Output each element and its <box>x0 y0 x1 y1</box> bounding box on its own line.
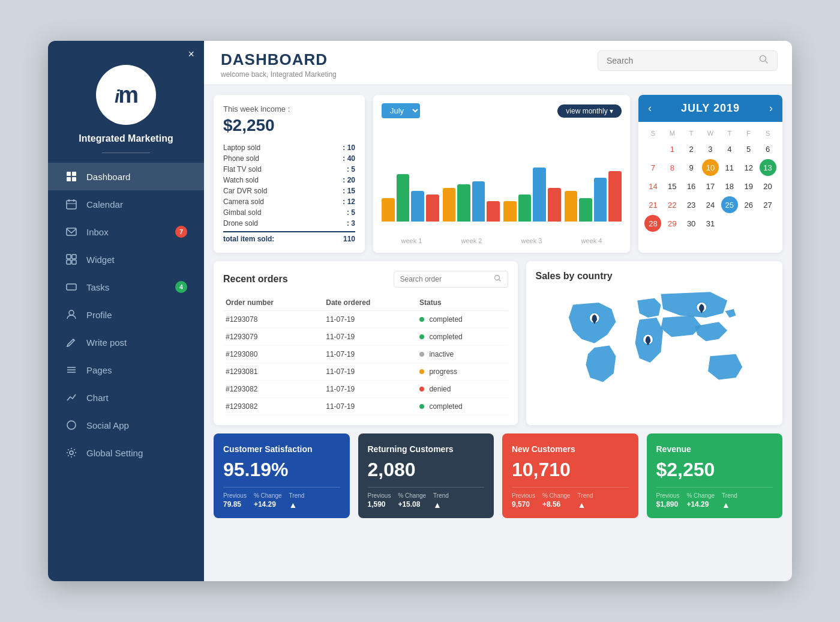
calendar-day[interactable]: 3 <box>702 140 719 157</box>
calendar-day[interactable]: 28 <box>644 215 661 232</box>
calendar-day-header: W <box>702 128 719 139</box>
sidebar-item-profile[interactable]: Profile <box>48 301 204 328</box>
stat-trend-label: Trend <box>578 492 593 499</box>
calendar-day[interactable]: 13 <box>760 159 776 176</box>
view-monthly-button[interactable]: view monthly ▾ <box>557 104 622 118</box>
calendar-day[interactable]: 1 <box>664 140 680 157</box>
bar-yellow <box>443 188 456 222</box>
stat-trend: Trend ▲ <box>433 492 449 510</box>
sidebar-item-write-post[interactable]: Write post <box>48 328 204 356</box>
svg-rect-8 <box>67 228 76 235</box>
stat-footer: Previous $1,890 % Change +14.29 Trend ▲ <box>656 487 773 510</box>
calendar-day[interactable]: 14 <box>644 178 661 195</box>
calendar-day <box>721 215 738 232</box>
stat-card-revenue: Revenue $2,250 Previous $1,890 % Change … <box>647 433 783 518</box>
chart-week-labels: week 1 week 2 week 3 week 4 <box>382 237 622 244</box>
sidebar-item-chart[interactable]: Chart <box>48 384 204 411</box>
svg-rect-1 <box>72 172 76 176</box>
calendar-day[interactable]: 26 <box>740 196 757 213</box>
calendar-day[interactable]: 9 <box>683 159 700 176</box>
stat-value: 95.19% <box>223 459 289 481</box>
sidebar-item-inbox[interactable]: Inbox 7 <box>48 218 204 246</box>
order-status-cell: progress <box>417 363 508 381</box>
close-button[interactable]: × <box>188 48 194 61</box>
calendar-day[interactable]: 25 <box>721 196 738 213</box>
trend-up-icon: ▲ <box>433 500 449 510</box>
bar-blue <box>594 178 607 222</box>
calendar-day[interactable]: 16 <box>683 178 700 195</box>
calendar-day[interactable]: 23 <box>683 196 700 213</box>
order-search-input[interactable] <box>400 275 490 283</box>
bar-yellow <box>565 191 578 222</box>
sidebar-label-dashboard: Dashboard <box>86 172 130 182</box>
calendar-day[interactable]: 19 <box>740 178 757 195</box>
stat-change: % Change +8.56 <box>542 492 571 510</box>
calendar-day[interactable]: 27 <box>760 196 776 213</box>
calendar-day-header: T <box>721 128 738 139</box>
status-dot <box>419 317 424 322</box>
sidebar-label-calendar: Calendar <box>86 199 123 210</box>
sidebar-item-widget[interactable]: Widget <box>48 246 204 273</box>
calendar-day[interactable]: 4 <box>721 140 738 157</box>
trend-up-icon: ▲ <box>722 500 737 510</box>
list-item: Phone sold: 40 <box>223 153 355 164</box>
income-card: This week income : $2,250 Laptop sold: 1… <box>214 95 365 253</box>
calendar-prev-button[interactable]: ‹ <box>648 102 652 115</box>
stat-prev-label: Previous <box>223 492 247 499</box>
sidebar-label-tasks: Tasks <box>86 282 109 292</box>
orders-card: Recent orders Order number Dat <box>214 261 518 425</box>
calendar-day[interactable]: 15 <box>664 178 680 195</box>
bottom-row: Customer Satisfaction 95.19% Previous 79… <box>214 433 782 518</box>
svg-rect-0 <box>67 172 71 176</box>
header-left: DASHBOARD welcome back, Integrated Marke… <box>221 50 337 79</box>
global-setting-icon <box>65 446 78 459</box>
calendar-day[interactable]: 21 <box>644 196 661 213</box>
calendar-day[interactable]: 22 <box>664 196 680 213</box>
stat-change-val: +8.56 <box>542 500 571 509</box>
calendar-day[interactable]: 29 <box>664 215 680 232</box>
top-row: This week income : $2,250 Laptop sold: 1… <box>214 95 782 253</box>
calendar-day[interactable]: 30 <box>683 215 700 232</box>
sidebar-item-global-setting[interactable]: Global Setting <box>48 439 204 466</box>
sidebar-item-social-app[interactable]: Social App <box>48 411 204 439</box>
calendar-day[interactable]: 2 <box>683 140 700 157</box>
item-value: : 3 <box>347 219 355 228</box>
col-order-number: Order number <box>223 295 323 311</box>
sidebar-item-tasks[interactable]: Tasks 4 <box>48 273 204 301</box>
order-date-cell: 11-07-19 <box>323 381 417 398</box>
order-status-cell: completed <box>417 398 508 415</box>
sidebar-item-calendar[interactable]: Calendar <box>48 190 204 218</box>
calendar-day[interactable]: 11 <box>721 159 738 176</box>
sidebar-item-dashboard[interactable]: Dashboard <box>48 163 204 190</box>
calendar-day[interactable]: 17 <box>702 178 719 195</box>
chart-icon <box>65 391 78 404</box>
order-date-cell: 11-07-19 <box>323 346 417 363</box>
income-amount: $2,250 <box>223 116 355 135</box>
order-search-icon <box>494 274 502 285</box>
calendar-day[interactable]: 7 <box>644 159 661 176</box>
sidebar-item-pages[interactable]: Pages <box>48 356 204 384</box>
calendar-day[interactable]: 8 <box>664 159 680 176</box>
sidebar: × im Integrated Marketing Dashboard Cale… <box>48 41 204 581</box>
stat-change-val: +15.08 <box>398 500 426 509</box>
stat-trend: Trend ▲ <box>578 492 593 510</box>
calendar-day-header: S <box>644 128 662 139</box>
calendar-next-button[interactable]: › <box>769 102 773 115</box>
calendar-day[interactable]: 18 <box>721 178 738 195</box>
status-dot <box>419 334 424 339</box>
calendar-day[interactable]: 31 <box>702 215 719 232</box>
search-input[interactable] <box>607 56 754 65</box>
nav-list: Dashboard Calendar Inbox 7 Widget <box>48 163 204 466</box>
bar-red <box>487 201 500 222</box>
month-dropdown[interactable]: July <box>382 103 420 118</box>
svg-point-19 <box>70 451 73 454</box>
tasks-badge: 4 <box>175 281 187 293</box>
calendar-day[interactable]: 24 <box>702 196 719 213</box>
item-value: : 15 <box>343 187 355 195</box>
calendar-day[interactable]: 12 <box>740 159 757 176</box>
order-search-bar <box>394 271 508 288</box>
calendar-day[interactable]: 20 <box>760 178 776 195</box>
calendar-day[interactable]: 5 <box>740 140 757 157</box>
calendar-day[interactable]: 10 <box>702 159 719 176</box>
calendar-day[interactable]: 6 <box>760 140 776 157</box>
